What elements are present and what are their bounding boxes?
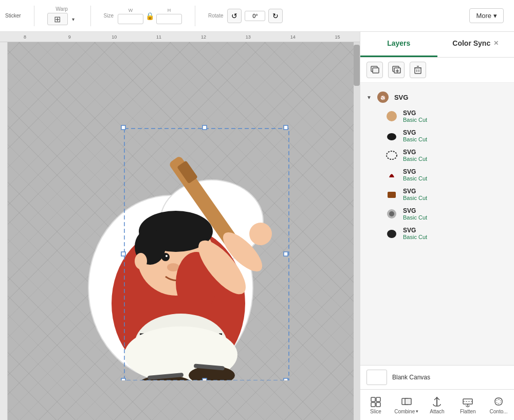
ruler-11: 11 — [137, 34, 181, 40]
svg-point-54 — [389, 211, 394, 216]
tab-layers[interactable]: Layers — [360, 32, 437, 57]
svg-point-50 — [387, 133, 396, 140]
layer-1-info: SVG Basic Cut — [403, 109, 427, 123]
layer-3-thumb — [384, 148, 399, 162]
layer-item-7[interactable]: SVG Basic Cut — [366, 224, 508, 243]
svg-rect-33 — [203, 378, 207, 380]
layer-2-name: SVG — [403, 129, 427, 136]
ruler-8: 8 — [3, 34, 47, 40]
canvas-area[interactable]: 8 9 10 11 12 13 14 15 — [0, 32, 360, 420]
layer-item-4[interactable]: SVG Basic Cut — [366, 165, 508, 185]
slice-icon — [370, 396, 381, 407]
layer-item-2[interactable]: SVG Basic Cut — [366, 126, 508, 145]
flatten-tool[interactable]: Flatten — [455, 396, 481, 414]
svg-rect-61 — [405, 398, 411, 405]
svg-point-51 — [387, 151, 397, 159]
scrollbar-right[interactable] — [354, 42, 360, 420]
warp-dropdown[interactable]: ▾ — [69, 13, 78, 25]
design-canvas[interactable] — [8, 42, 354, 420]
blank-canvas-label: Blank Canvas — [392, 374, 430, 381]
height-input[interactable] — [156, 14, 182, 24]
layers-list[interactable]: ▼ ⚾ SVG — [360, 83, 514, 365]
svg-rect-59 — [376, 403, 380, 407]
svg-point-55 — [387, 230, 396, 238]
layers-tab-label: Layers — [387, 39, 410, 47]
layer-6-type: Basic Cut — [403, 214, 427, 221]
layer-4-thumb-svg — [385, 168, 398, 181]
scrollbar-thumb[interactable] — [354, 45, 360, 86]
layer-4-type: Basic Cut — [403, 175, 427, 181]
size-label: Size — [104, 13, 114, 19]
rotate-ccw-button[interactable]: ↺ — [227, 9, 242, 23]
svg-rect-57 — [376, 397, 380, 401]
blank-canvas-thumbnail — [366, 370, 387, 385]
layer-2-type: Basic Cut — [403, 136, 427, 142]
more-arrow: ▾ — [493, 12, 497, 20]
attach-icon — [431, 396, 443, 407]
lock-icon[interactable]: 🔒 — [145, 12, 154, 20]
layer-4-name: SVG — [403, 168, 427, 175]
ruler-14: 14 — [270, 34, 315, 40]
attach-tool[interactable]: Attach — [424, 396, 450, 414]
layer-6-info: SVG Basic Cut — [403, 207, 427, 221]
tab-color-sync[interactable]: Color Sync ✕ — [437, 32, 515, 57]
svg-rect-28 — [121, 125, 125, 130]
layer-item-1[interactable]: SVG Basic Cut — [366, 106, 508, 126]
layer-group-svg: ▼ ⚾ SVG — [360, 86, 514, 245]
layer-2-thumb-svg — [385, 129, 398, 142]
layer-item-3[interactable]: SVG Basic Cut — [366, 145, 508, 165]
rotate-input[interactable] — [245, 11, 265, 21]
layer-7-thumb-svg — [385, 227, 398, 240]
blank-canvas-row: Blank Canvas — [360, 365, 514, 389]
ruler-top: 8 9 10 11 12 13 14 15 — [0, 32, 360, 42]
layer-group-header[interactable]: ▼ ⚾ SVG — [366, 88, 508, 106]
warp-icon[interactable]: ⊞ — [47, 13, 68, 25]
layers-delete-button[interactable] — [410, 62, 426, 78]
slice-tool[interactable]: Slice — [363, 396, 389, 414]
svg-point-13 — [135, 253, 147, 269]
layer-7-type: Basic Cut — [403, 234, 427, 240]
layer-1-thumb-svg — [385, 109, 398, 123]
layer-item-5[interactable]: SVG Basic Cut — [366, 185, 508, 204]
more-label: More — [476, 12, 491, 20]
layers-add-button[interactable] — [366, 62, 383, 78]
divider-3 — [195, 6, 195, 26]
baseball-player-container[interactable] — [58, 72, 304, 391]
copy-layer-icon — [392, 65, 401, 75]
height-label: H — [168, 8, 171, 13]
ruler-9: 9 — [47, 34, 92, 40]
svg-rect-37 — [373, 68, 379, 73]
combine-tool[interactable]: Combine ▾ — [394, 396, 419, 414]
color-sync-tab-label: Color Sync — [452, 39, 490, 47]
group-title: SVG — [394, 94, 408, 101]
layer-7-thumb — [384, 226, 399, 241]
more-button[interactable]: More ▾ — [469, 8, 504, 23]
layer-5-info: SVG Basic Cut — [403, 188, 427, 201]
lock-area: 🔒 — [145, 12, 154, 20]
rotate-cw-button[interactable]: ↻ — [268, 9, 283, 23]
sticker-label: Sticker — [5, 13, 21, 19]
layer-3-type: Basic Cut — [403, 156, 427, 162]
slice-label: Slice — [370, 409, 381, 414]
height-group: H — [156, 8, 182, 24]
ruler-left — [0, 42, 8, 420]
contour-tool[interactable]: Conto... — [486, 396, 511, 414]
svg-rect-32 — [203, 125, 207, 130]
svg-point-11 — [166, 255, 168, 257]
attach-label: Attach — [430, 409, 444, 414]
layer-6-name: SVG — [403, 207, 427, 214]
svg-point-49 — [387, 111, 397, 121]
ruler-15: 15 — [315, 34, 360, 40]
layer-1-type: Basic Cut — [403, 117, 427, 123]
layer-5-thumb — [384, 187, 399, 202]
layer-item-6[interactable]: SVG Basic Cut — [366, 204, 508, 224]
combine-dropdown-arrow[interactable]: ▾ — [416, 409, 418, 414]
layers-copy-button[interactable] — [388, 62, 405, 78]
layer-3-thumb-svg — [385, 149, 398, 162]
svg-rect-58 — [371, 403, 375, 407]
panel-tabs: Layers Color Sync ✕ — [360, 32, 514, 58]
width-input[interactable] — [118, 14, 143, 24]
color-sync-close[interactable]: ✕ — [493, 40, 499, 47]
svg-rect-30 — [121, 378, 125, 380]
layer-7-name: SVG — [403, 227, 427, 234]
